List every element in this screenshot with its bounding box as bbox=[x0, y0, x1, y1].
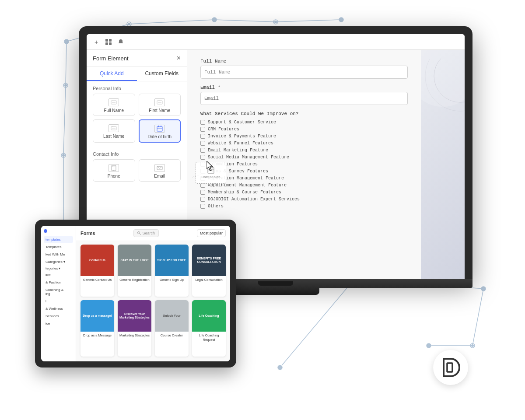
tablet-search[interactable]: Search bbox=[133, 229, 159, 237]
sidebar-brand-dot bbox=[44, 229, 47, 233]
checkbox-item: Automation Features bbox=[200, 162, 408, 167]
svg-point-52 bbox=[137, 232, 140, 234]
field-phone[interactable]: Phone bbox=[93, 159, 135, 182]
checkbox[interactable] bbox=[200, 155, 205, 160]
template-thumbnail: Drop us a message! bbox=[80, 300, 114, 332]
sidebar-item-shared[interactable]: ked With Me bbox=[44, 251, 73, 258]
checkbox-label: Automation Features bbox=[208, 162, 258, 167]
checkboxes-container: Support & Customer Service CRM Features … bbox=[200, 120, 408, 209]
checkbox-label: CRM Features bbox=[208, 127, 239, 132]
template-card[interactable]: Discover Your Marketing Strategies Marke… bbox=[118, 300, 151, 357]
template-thumbnail: Contact Us bbox=[80, 245, 114, 276]
checkbox-item: Invoice & Payments Feature bbox=[200, 134, 408, 139]
form-right-decoration bbox=[421, 50, 465, 279]
svg-rect-33 bbox=[111, 101, 116, 104]
sidebar-expand-categories2[interactable]: tegories▾ bbox=[44, 265, 73, 272]
sidebar-expand-categories[interactable]: Categories▾ bbox=[44, 259, 73, 265]
first-name-label: First Name bbox=[149, 108, 170, 113]
template-card[interactable]: STAY IN THE LOOP Generic Registration bbox=[118, 245, 151, 297]
checkbox[interactable] bbox=[200, 162, 205, 167]
svg-point-4 bbox=[128, 23, 130, 25]
checkbox-label: Appointment Management Feature bbox=[208, 183, 287, 188]
laptop-notch bbox=[258, 281, 293, 286]
svg-point-28 bbox=[427, 344, 430, 347]
svg-point-17 bbox=[278, 365, 282, 370]
tablet-header: Forms Search Most popular bbox=[76, 226, 230, 241]
bell-icon[interactable] bbox=[116, 38, 125, 46]
template-card[interactable]: SIGN UP FOR FREE Generic Sign Up bbox=[155, 245, 189, 297]
date-of-birth-icon bbox=[154, 125, 165, 133]
panel-close-button[interactable]: × bbox=[177, 54, 181, 62]
checkbox[interactable] bbox=[200, 148, 205, 153]
svg-point-9 bbox=[339, 18, 343, 22]
checkbox[interactable] bbox=[200, 204, 205, 209]
svg-point-5 bbox=[212, 18, 217, 22]
checkbox[interactable] bbox=[200, 176, 205, 181]
add-icon[interactable]: + bbox=[92, 38, 101, 46]
email-input[interactable] bbox=[200, 92, 408, 105]
checkbox-label: Website & Funnel Features bbox=[208, 141, 273, 146]
field-first-name[interactable]: First Name bbox=[139, 94, 181, 116]
template-name: Generic Sign Up bbox=[155, 276, 189, 284]
grid-icon[interactable] bbox=[104, 38, 113, 46]
sidebar-item-l[interactable]: l bbox=[44, 298, 73, 304]
svg-point-7 bbox=[273, 20, 278, 24]
template-card[interactable]: Contact Us Generic Contact Us bbox=[80, 245, 114, 297]
field-date-of-birth[interactable]: Date of birth bbox=[139, 119, 181, 143]
template-card[interactable]: Life Coaching Life Coaching Request bbox=[192, 300, 226, 357]
checkbox[interactable] bbox=[200, 134, 205, 139]
svg-point-26 bbox=[471, 344, 474, 347]
checkbox-item: Website & Funnel Features bbox=[200, 141, 408, 146]
fullname-field-group: Full Name bbox=[200, 59, 408, 79]
template-thumbnail: BENEFITS FREE CONSULTATION bbox=[192, 245, 226, 276]
checkbox[interactable] bbox=[200, 197, 205, 202]
checkbox[interactable] bbox=[200, 127, 205, 132]
phone-icon bbox=[108, 164, 119, 172]
email-icon bbox=[154, 164, 165, 172]
field-last-name[interactable]: Last Name bbox=[93, 119, 135, 143]
sort-dropdown[interactable]: Most popular bbox=[197, 229, 226, 237]
sidebar-item-templates[interactable]: templates bbox=[44, 236, 73, 243]
sidebar-item-services[interactable]: Services bbox=[44, 313, 73, 319]
template-name: Generic Contact Us bbox=[80, 276, 114, 284]
svg-rect-37 bbox=[111, 126, 116, 130]
sidebar-item-my-templates[interactable]: Templates bbox=[44, 244, 73, 250]
svg-point-12 bbox=[64, 84, 67, 87]
full-name-label: Full Name bbox=[104, 108, 124, 113]
laptop-toolbar: + bbox=[87, 34, 465, 50]
checkbox-item: Appointment Management Feature bbox=[200, 183, 408, 188]
svg-point-23 bbox=[481, 287, 486, 291]
checkbox-label: Social Media Management Feature bbox=[208, 155, 289, 160]
svg-point-25 bbox=[470, 343, 475, 348]
svg-point-3 bbox=[127, 22, 131, 26]
logo-icon bbox=[439, 356, 462, 379]
tab-custom-fields[interactable]: Custom Fields bbox=[137, 67, 187, 81]
field-full-name[interactable]: Full Name bbox=[93, 94, 135, 116]
checkbox-item: Others bbox=[200, 204, 408, 209]
tab-quick-add[interactable]: Quick Add bbox=[87, 67, 137, 81]
svg-rect-39 bbox=[157, 126, 162, 131]
checkbox[interactable] bbox=[200, 190, 205, 195]
svg-line-53 bbox=[140, 234, 141, 235]
checkbox[interactable] bbox=[200, 141, 205, 146]
template-card[interactable]: Unlock Your Course Creator bbox=[155, 300, 189, 357]
sidebar-item-live[interactable]: live bbox=[44, 272, 73, 278]
fullname-field-label: Full Name bbox=[200, 59, 408, 64]
template-card[interactable]: BENEFITS FREE CONSULTATION Legal Consult… bbox=[192, 245, 226, 297]
field-email[interactable]: Email bbox=[139, 159, 181, 182]
fullname-input[interactable] bbox=[200, 66, 408, 79]
sidebar-item-wellness[interactable]: & Wellness bbox=[44, 305, 73, 312]
template-thumbnail: SIGN UP FOR FREE bbox=[155, 245, 189, 276]
checkbox-item: DOJODIGI Automation Expert Services bbox=[200, 197, 408, 202]
template-grid: Contact Us Generic Contact Us STAY IN TH… bbox=[76, 241, 230, 360]
checkbox[interactable] bbox=[200, 183, 205, 188]
checkbox[interactable] bbox=[200, 120, 205, 125]
sidebar-item-fashion[interactable]: & Fashion bbox=[44, 279, 73, 286]
contact-fields-grid: Phone Email bbox=[87, 159, 187, 186]
checkbox[interactable] bbox=[200, 169, 205, 174]
sidebar-item-ice[interactable]: ice bbox=[44, 320, 73, 327]
full-name-icon bbox=[108, 98, 119, 106]
sidebar-item-coaching[interactable]: Coaching &ing bbox=[44, 287, 73, 297]
checkbox-label: Others bbox=[208, 204, 224, 209]
template-card[interactable]: Drop us a message! Drop as a Message bbox=[80, 300, 114, 357]
